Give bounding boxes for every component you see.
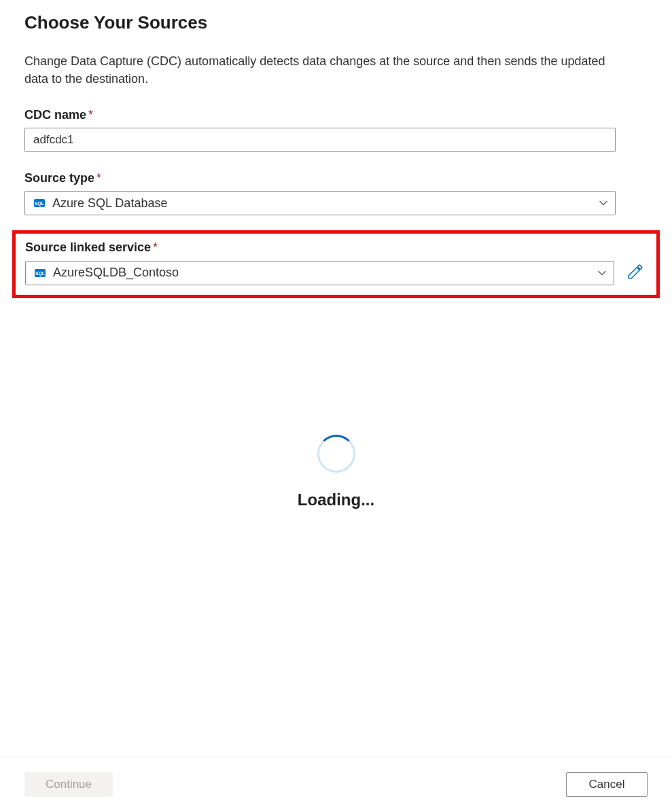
cdc-name-label-text: CDC name [24,108,86,122]
source-type-label-text: Source type [24,171,94,185]
loading-text: Loading... [298,490,374,509]
source-type-dropdown[interactable]: SQL Azure SQL Database [24,191,616,215]
source-type-field-group: Source type* SQL Azure SQL Database [24,171,648,215]
linked-service-highlight: Source linked service* SQL AzureSQLDB_Co… [12,230,660,298]
cancel-button[interactable]: Cancel [566,772,648,797]
svg-text:SQL: SQL [35,201,43,206]
chevron-down-icon [599,198,608,208]
svg-text:SQL: SQL [35,271,44,276]
linked-service-label: Source linked service* [25,240,647,255]
continue-button: Continue [24,772,113,797]
cdc-name-input[interactable] [24,128,616,152]
chevron-down-icon [597,268,607,278]
sql-database-icon: SQL [33,197,46,209]
required-asterisk: * [153,240,158,254]
page-title: Choose Your Sources [24,12,648,33]
spinner-icon [317,435,355,473]
required-asterisk: * [88,108,93,122]
page-description: Change Data Capture (CDC) automatically … [24,52,622,88]
cdc-name-label: CDC name* [24,108,648,122]
source-type-label: Source type* [24,171,648,185]
linked-service-label-text: Source linked service [25,240,151,254]
linked-service-field-group: Source linked service* SQL AzureSQLDB_Co… [25,240,647,285]
source-type-value: Azure SQL Database [52,196,592,211]
cdc-name-field-group: CDC name* [24,108,648,152]
linked-service-dropdown[interactable]: SQL AzureSQLDB_Contoso [25,261,614,285]
footer: Continue Cancel [0,757,672,811]
edit-linked-service-button[interactable] [624,260,647,285]
pencil-icon [626,263,644,283]
linked-service-value: AzureSQLDB_Contoso [53,266,590,280]
loading-indicator: Loading... [0,435,672,509]
sql-database-icon: SQL [34,267,46,279]
required-asterisk: * [96,171,101,185]
